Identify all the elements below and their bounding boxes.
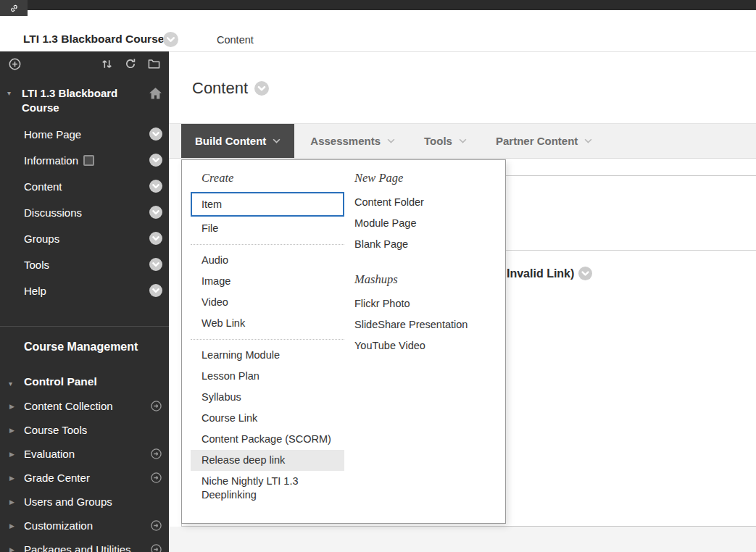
menu-item-image[interactable]: Image — [191, 271, 344, 292]
sidebar-item-evaluation[interactable]: ▶ Evaluation — [0, 442, 169, 466]
expand-triangle-icon[interactable]: ▶ — [9, 498, 14, 506]
control-label: Customization — [24, 519, 151, 532]
control-label: Users and Groups — [24, 495, 162, 508]
menu-item-blank-page[interactable]: Blank Page — [344, 234, 500, 255]
chevron-down-icon[interactable] — [149, 127, 162, 141]
sidebar-item-content[interactable]: Content — [0, 173, 169, 199]
folder-view-icon[interactable] — [148, 59, 160, 70]
chevron-down-icon — [584, 138, 592, 143]
course-menu-chevron-icon[interactable] — [163, 32, 178, 47]
sidebar-item-discussions[interactable]: Discussions — [0, 199, 169, 225]
page-title-chevron-icon[interactable] — [254, 81, 269, 96]
menu-item-module-page[interactable]: Module Page — [344, 213, 500, 234]
expand-triangle-icon[interactable]: ▶ — [9, 451, 14, 458]
control-panel-list: ▶ Content Collection ▶ Course Tools ▶ Ev… — [0, 394, 169, 552]
chevron-down-icon[interactable] — [149, 180, 162, 193]
reorder-icon[interactable] — [101, 58, 113, 70]
control-label: Grade Center — [24, 472, 151, 484]
menu-column-create: Create Item File Audio Image Video Web L… — [191, 160, 344, 506]
chevron-down-icon[interactable] — [149, 258, 162, 271]
sidebar-item-groups[interactable]: Groups — [0, 225, 169, 251]
menu-column-pages: New Page Content Folder Module Page Blan… — [344, 160, 500, 356]
control-label: Evaluation — [24, 448, 151, 460]
tools-button[interactable]: Tools — [411, 124, 480, 158]
home-icon[interactable] — [149, 86, 162, 99]
nav-label: Content — [24, 180, 62, 193]
assessments-button[interactable]: Assessments — [297, 124, 408, 158]
content-item-title[interactable]: Invalid Link) — [507, 267, 592, 280]
control-panel-label[interactable]: Control Panel — [24, 375, 97, 388]
sidebar-item-home-page[interactable]: Home Page — [0, 121, 169, 147]
link-tab[interactable] — [0, 0, 28, 16]
hidden-indicator-icon — [83, 155, 94, 166]
sidebar-item-tools[interactable]: Tools — [0, 251, 169, 277]
expand-triangle-icon[interactable]: ▶ — [9, 546, 14, 552]
menu-item-course-link[interactable]: Course Link — [191, 408, 344, 429]
menu-item-flickr-photo[interactable]: Flickr Photo — [344, 293, 500, 314]
chevron-down-icon[interactable] — [149, 284, 162, 297]
chevron-down-icon[interactable] — [149, 206, 162, 219]
sidebar-divider — [0, 326, 169, 327]
nav-label: Discussions — [24, 206, 82, 219]
sidebar-item-customization[interactable]: ▶ Customization — [0, 514, 169, 538]
open-arrow-icon[interactable] — [151, 544, 162, 552]
sidebar-item-content-collection[interactable]: ▶ Content Collection — [0, 394, 169, 418]
menu-item-content-folder[interactable]: Content Folder — [344, 192, 500, 213]
control-panel-row[interactable]: ▾ Control Panel — [9, 375, 169, 388]
menu-item-learning-module[interactable]: Learning Module — [191, 345, 344, 366]
sidebar-item-users-and-groups[interactable]: ▶ Users and Groups — [0, 490, 169, 514]
expand-triangle-icon[interactable]: ▶ — [9, 403, 14, 410]
expand-triangle-icon[interactable]: ▶ — [9, 522, 14, 530]
sidebar-course-root[interactable]: ▾ LTI 1.3 Blackboard Course — [7, 86, 162, 115]
collapse-triangle-icon[interactable]: ▾ — [9, 377, 23, 388]
partner-content-button[interactable]: Partner Content — [483, 124, 605, 158]
nav-label: Tools — [24, 259, 49, 271]
menu-item-slideshare-presentation[interactable]: SlideShare Presentation — [344, 314, 500, 335]
chevron-down-icon[interactable] — [149, 154, 162, 167]
refresh-icon[interactable] — [125, 58, 136, 70]
breadcrumb[interactable]: Content — [217, 34, 254, 46]
menu-item-item[interactable]: Item — [191, 192, 344, 217]
action-bar: Build Content Assessments Tools Partner … — [169, 123, 756, 159]
add-menu-item-icon[interactable] — [9, 58, 21, 70]
control-label: Packages and Utilities — [24, 543, 151, 552]
item-chevron-icon[interactable] — [578, 267, 592, 280]
build-content-button[interactable]: Build Content — [181, 124, 294, 158]
app-header: LTI 1.3 Blackboard Course Content — [0, 10, 756, 52]
menu-divider — [191, 339, 344, 340]
menu-item-lesson-plan[interactable]: Lesson Plan — [191, 366, 344, 387]
sidebar-item-information[interactable]: Information — [0, 147, 169, 173]
course-management-heading: Course Management — [24, 340, 169, 354]
menu-item-file[interactable]: File — [191, 218, 344, 239]
expand-triangle-icon[interactable]: ▶ — [9, 474, 14, 482]
sidebar-item-packages-and-utilities[interactable]: ▶ Packages and Utilities — [0, 538, 169, 552]
menu-item-syllabus[interactable]: Syllabus — [191, 387, 344, 408]
header-course-title: LTI 1.3 Blackboard Course — [23, 33, 164, 46]
menu-item-release-deep-link[interactable]: Release deep link — [191, 450, 344, 471]
sidebar-item-grade-center[interactable]: ▶ Grade Center — [0, 466, 169, 490]
menu-heading-mashups: Mashups — [354, 272, 500, 287]
open-arrow-icon[interactable] — [151, 520, 162, 531]
menu-item-niche-nightly-lti-deeplinking[interactable]: Niche Nightly LTI 1.3 Deeplinking — [191, 471, 344, 506]
chevron-down-icon — [387, 138, 395, 143]
menu-item-audio[interactable]: Audio — [191, 250, 344, 271]
chevron-down-icon — [273, 138, 281, 143]
sidebar-item-help[interactable]: Help — [0, 277, 169, 304]
browser-top-bar — [0, 0, 756, 10]
control-label: Course Tools — [24, 424, 162, 436]
expand-triangle-icon[interactable]: ▶ — [9, 427, 14, 434]
menu-item-web-link[interactable]: Web Link — [191, 313, 344, 334]
menu-item-youtube-video[interactable]: YouTube Video — [344, 335, 500, 356]
build-content-menu: Create Item File Audio Image Video Web L… — [181, 159, 506, 524]
nav-label: Groups — [24, 233, 59, 245]
menu-item-content-package-scorm[interactable]: Content Package (SCORM) — [191, 429, 344, 450]
open-arrow-icon[interactable] — [151, 401, 162, 411]
chevron-down-icon[interactable] — [149, 232, 162, 245]
menu-item-video[interactable]: Video — [191, 292, 344, 313]
open-arrow-icon[interactable] — [151, 448, 162, 459]
collapse-triangle-icon[interactable]: ▾ — [7, 86, 22, 97]
sidebar-item-course-tools[interactable]: ▶ Course Tools — [0, 418, 169, 442]
open-arrow-icon[interactable] — [151, 472, 162, 483]
sidebar-course-title[interactable]: LTI 1.3 Blackboard Course — [22, 86, 149, 115]
nav-label: Information — [24, 154, 78, 167]
